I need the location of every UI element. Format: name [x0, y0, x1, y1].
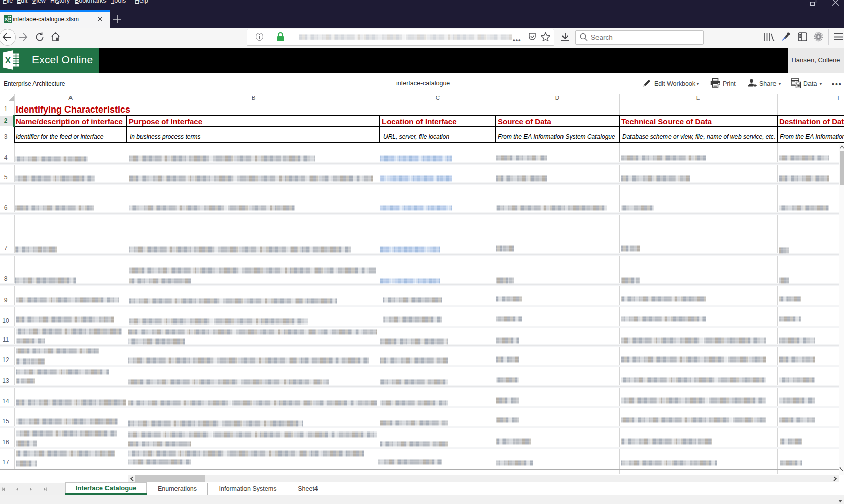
svg-text:X: X — [5, 16, 8, 22]
svg-text:X: X — [5, 56, 11, 65]
